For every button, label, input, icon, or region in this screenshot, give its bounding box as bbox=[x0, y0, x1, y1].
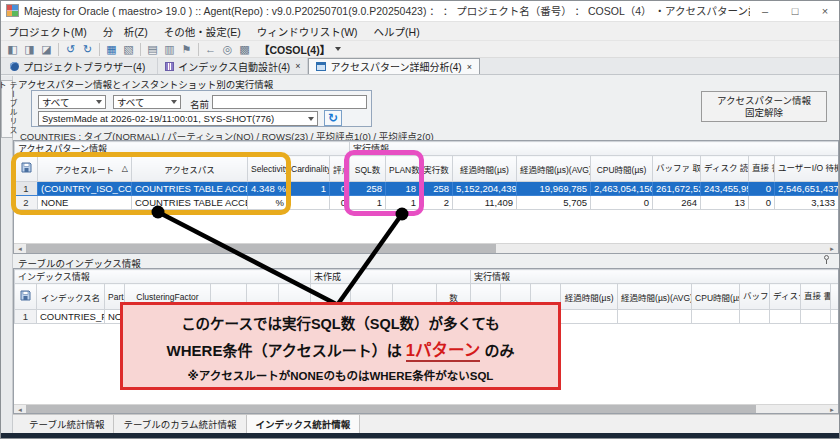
cell-buffer[interactable]: 264 bbox=[653, 196, 701, 210]
column-header-exec-count[interactable]: 実行数 bbox=[420, 156, 453, 182]
horizontal-scrollbar[interactable]: ◄ ► bbox=[14, 404, 838, 414]
cell-disk[interactable]: 13 bbox=[701, 196, 749, 210]
back-arrow-icon[interactable]: ← bbox=[202, 42, 219, 57]
cell[interactable] bbox=[692, 310, 740, 324]
cell-score[interactable]: 0 bbox=[330, 196, 350, 210]
column-header-buffer[interactable]: バッファ 取得数 bbox=[740, 284, 770, 310]
cell-elapsed[interactable]: 5,152,204,439 bbox=[453, 182, 517, 196]
column-header-selectivity[interactable]: Selectivity bbox=[248, 156, 288, 182]
name-filter-input[interactable] bbox=[212, 95, 367, 109]
table-row[interactable]: 2 NONE COUNTRIES TABLE ACCESS FULL % 0 1… bbox=[15, 196, 839, 210]
scroll-thumb[interactable] bbox=[26, 405, 756, 415]
scroll-right-icon[interactable]: ► bbox=[826, 405, 838, 415]
save-button[interactable] bbox=[15, 284, 37, 310]
column-header-index-name[interactable]: インデックス名 bbox=[37, 284, 105, 310]
scroll-left-icon[interactable]: ◄ bbox=[14, 405, 26, 415]
table-row[interactable]: 1 (COUNTRY_ISO_CODE, =) COUNTRIES TABLE … bbox=[15, 182, 839, 196]
cell-route[interactable]: NONE bbox=[38, 196, 132, 210]
close-button[interactable]: × bbox=[810, 0, 840, 22]
cell-cardinality[interactable] bbox=[288, 196, 330, 210]
snapshot-new-icon[interactable]: ◧ bbox=[4, 42, 21, 57]
snapshot-edit-icon[interactable]: ◪ bbox=[38, 42, 55, 57]
column-header-path[interactable]: アクセスパス bbox=[132, 156, 248, 182]
column-header-plan-count[interactable]: PLAN数 bbox=[386, 156, 420, 182]
minimize-button[interactable]: – bbox=[750, 0, 780, 22]
snapshot-select[interactable]: SystemMade at 2026-02-19/11:00:01, SYS-S… bbox=[38, 111, 318, 126]
column-header-elapsed-avg[interactable]: 経過時間(µs)(AVG) bbox=[618, 284, 692, 310]
column-header-user-io[interactable]: ユーザーI/O 待機時間(µs) bbox=[775, 156, 839, 182]
horizontal-scrollbar[interactable]: ◄ ► bbox=[14, 243, 838, 253]
document-icon[interactable]: ▥ bbox=[161, 42, 178, 57]
cell[interactable] bbox=[740, 310, 770, 324]
table-design-icon[interactable]: ▧ bbox=[120, 42, 137, 57]
tab-table-statistics[interactable]: テーブル統計情報 bbox=[20, 415, 114, 433]
column-header-score[interactable]: 評点 bbox=[330, 156, 350, 182]
cell[interactable] bbox=[618, 310, 692, 324]
cell-elapsed-avg[interactable]: 5,705 bbox=[517, 196, 591, 210]
tab-close-icon[interactable]: × bbox=[467, 62, 472, 72]
cell-cpu[interactable]: 2,463,054,150 bbox=[591, 182, 653, 196]
pin-icon[interactable] bbox=[824, 255, 829, 264]
cell-path[interactable]: COUNTRIES TABLE ACCESS FULL bbox=[132, 182, 248, 196]
scope-select-1[interactable]: すべて bbox=[38, 95, 106, 109]
cell-selectivity[interactable]: % bbox=[248, 196, 288, 210]
cell[interactable] bbox=[831, 310, 839, 324]
sidebar-tab-table-list[interactable]: テーブルリスト bbox=[1, 80, 13, 138]
column-header-cardinality[interactable]: Cardinality bbox=[288, 156, 330, 182]
column-header[interactable] bbox=[831, 284, 839, 310]
column-header-route[interactable]: アクセスルート△ bbox=[38, 156, 132, 182]
column-header-cpu[interactable]: CPU時間(µs) bbox=[692, 284, 740, 310]
cell-elapsed-avg[interactable]: 19,969,785 bbox=[517, 182, 591, 196]
menu-windowlist[interactable]: ウィンドウリスト(W) bbox=[249, 22, 366, 40]
scroll-right-icon[interactable]: ► bbox=[826, 244, 838, 254]
snapshot-open-icon[interactable]: ◨ bbox=[21, 42, 38, 57]
column-header-direct[interactable]: 直接 書込数 bbox=[749, 156, 775, 182]
column-header-elapsed[interactable]: 経過時間(µs) bbox=[453, 156, 517, 182]
cell-buffer[interactable]: 261,672,522 bbox=[653, 182, 701, 196]
scroll-track[interactable] bbox=[26, 405, 826, 415]
scroll-thumb[interactable] bbox=[26, 244, 496, 254]
cell-direct[interactable]: 0 bbox=[749, 196, 775, 210]
rotate-right-icon[interactable]: ↻ bbox=[79, 42, 96, 57]
cell-selectivity[interactable]: 4.348 % bbox=[248, 182, 288, 196]
cell-user-io[interactable]: 2,546,651,437 bbox=[775, 182, 839, 196]
cell-direct[interactable]: 0 bbox=[749, 182, 775, 196]
cell-sql-count[interactable]: 258 bbox=[350, 182, 386, 196]
column-header-sql-count[interactable]: SQL数 bbox=[350, 156, 386, 182]
table-view-icon[interactable]: ▦ bbox=[103, 42, 120, 57]
column-header-buffer[interactable]: バッファ 取得数 bbox=[653, 156, 701, 182]
cell-route[interactable]: (COUNTRY_ISO_CODE, =) bbox=[38, 182, 132, 196]
row-number[interactable]: 2 bbox=[15, 196, 38, 210]
column-header-disk[interactable]: ディスク 読取り数 bbox=[770, 284, 801, 310]
cell[interactable] bbox=[561, 310, 618, 324]
cell-exec-count[interactable]: 258 bbox=[420, 182, 453, 196]
menu-project[interactable]: プロジェクト(M) bbox=[0, 22, 95, 40]
cell-sql-count[interactable]: 1 bbox=[350, 196, 386, 210]
tab-access-pattern-analysis[interactable]: アクセスパターン詳細分析(4) × bbox=[308, 58, 480, 74]
cell-elapsed[interactable]: 11,409 bbox=[453, 196, 517, 210]
flag-icon[interactable]: ⚑ bbox=[178, 42, 195, 57]
save-button[interactable] bbox=[15, 156, 38, 182]
cell-path[interactable]: COUNTRIES TABLE ACCESS FULL bbox=[132, 196, 248, 210]
column-header-elapsed-avg[interactable]: 経過時間(µs)(AVG) bbox=[517, 156, 591, 182]
cell-plan-count[interactable]: 1 bbox=[386, 196, 420, 210]
chevron-down-icon[interactable] bbox=[335, 47, 341, 51]
tab-project-browser[interactable]: プロジェクトブラウザー(4) bbox=[3, 58, 158, 74]
cell[interactable] bbox=[770, 310, 801, 324]
cell-user-io[interactable]: 3,133 bbox=[775, 196, 839, 210]
cell-exec-count[interactable]: 2 bbox=[420, 196, 453, 210]
refresh-button[interactable]: ↻ bbox=[324, 110, 342, 126]
tab-close-icon[interactable]: × bbox=[295, 61, 300, 71]
column-header-elapsed[interactable]: 経過時間(µs) bbox=[561, 284, 618, 310]
scroll-track[interactable] bbox=[26, 244, 826, 254]
maximize-button[interactable]: □ bbox=[780, 0, 810, 22]
tab-index-auto-design[interactable]: インデックス自動設計(4) × bbox=[158, 58, 308, 74]
rotate-left-icon[interactable]: ↺ bbox=[62, 42, 79, 57]
scope-select-2[interactable]: すべて bbox=[113, 95, 181, 109]
cell-plan-count[interactable]: 18 bbox=[386, 182, 420, 196]
cell[interactable] bbox=[801, 310, 831, 324]
marker-icon[interactable]: ◎ bbox=[219, 42, 236, 57]
unpin-access-pattern-button[interactable]: アクセスパターン情報 固定解除 bbox=[701, 91, 827, 122]
column-header-cpu[interactable]: CPU時間(µs) bbox=[591, 156, 653, 182]
menu-help[interactable]: ヘルプ(H) bbox=[366, 22, 428, 40]
